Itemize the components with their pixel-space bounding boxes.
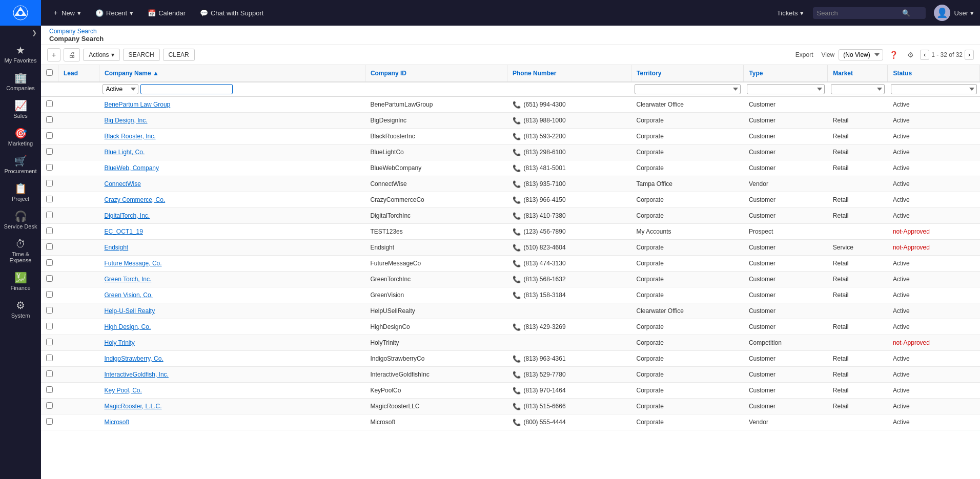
print-button[interactable]: 🖨 (64, 48, 80, 61)
sidebar-item-favorites[interactable]: ★ My Favorites (0, 40, 41, 68)
filter-status-cell[interactable] (888, 82, 980, 96)
row-checkbox-cell[interactable] (41, 96, 58, 113)
company-name-link[interactable]: Key Pool, Co. (105, 387, 142, 394)
company-name-link[interactable]: InteractiveGoldfish, Inc. (105, 371, 169, 378)
row-company-name[interactable]: Future Message, Co. (99, 256, 365, 272)
row-company-name[interactable]: Key Pool, Co. (99, 383, 365, 399)
col-status[interactable]: Status (888, 65, 980, 82)
next-page-button[interactable]: › (965, 50, 974, 60)
company-name-link[interactable]: Black Rooster, Inc. (105, 133, 156, 140)
row-checkbox-cell[interactable] (41, 129, 58, 144)
sidebar-item-project[interactable]: 📋 Project (0, 178, 41, 206)
row-checkbox-cell[interactable] (41, 414, 58, 430)
row-checkbox[interactable] (46, 148, 53, 155)
row-company-name[interactable]: High Design, Co. (99, 319, 365, 335)
sidebar-item-procurement[interactable]: 🛒 Procurement (0, 151, 41, 178)
sidebar-item-companies[interactable]: 🏢 Companies (0, 68, 41, 95)
row-checkbox[interactable] (46, 116, 53, 123)
row-company-name[interactable]: InteractiveGoldfish, Inc. (99, 367, 365, 383)
row-company-name[interactable]: Endsight (99, 240, 365, 256)
row-checkbox-cell[interactable] (41, 287, 58, 303)
filter-name-input[interactable] (140, 84, 233, 94)
search-input[interactable] (817, 9, 899, 17)
row-checkbox-cell[interactable] (41, 335, 58, 351)
row-checkbox-cell[interactable] (41, 144, 58, 160)
row-company-name[interactable]: Big Design, Inc. (99, 113, 365, 129)
company-name-link[interactable]: BenePartum Law Group (105, 101, 171, 108)
row-company-name[interactable]: Green Vision, Co. (99, 287, 365, 303)
row-company-name[interactable]: BenePartum Law Group (99, 96, 365, 113)
sidebar-item-service-desk[interactable]: 🎧 Service Desk (0, 206, 41, 234)
settings-icon[interactable]: ⚙ (904, 49, 917, 61)
row-company-name[interactable]: IndigoStrawberry, Co. (99, 351, 365, 367)
row-company-name[interactable]: ConnectWise (99, 176, 365, 192)
sidebar-collapse-button[interactable]: ❯ (0, 26, 41, 40)
row-company-name[interactable]: Black Rooster, Inc. (99, 129, 365, 144)
row-company-name[interactable]: EC_OCT1_19 (99, 224, 365, 240)
row-company-name[interactable]: Help-U-Sell Realty (99, 303, 365, 319)
row-checkbox[interactable] (46, 402, 53, 409)
row-checkbox[interactable] (46, 259, 53, 266)
row-checkbox[interactable] (46, 370, 53, 377)
row-company-name[interactable]: Microsoft (99, 414, 365, 430)
view-select[interactable]: (No View) (839, 49, 883, 60)
row-checkbox[interactable] (46, 339, 53, 345)
row-checkbox-cell[interactable] (41, 240, 58, 256)
sidebar-item-time-expense[interactable]: ⏱ Time & Expense (0, 234, 41, 267)
company-name-link[interactable]: EC_OCT1_19 (105, 228, 143, 235)
company-name-link[interactable]: Blue Light, Co. (105, 149, 145, 156)
company-name-link[interactable]: Green Torch, Inc. (105, 276, 152, 283)
breadcrumb-parent[interactable]: Company Search (49, 28, 972, 35)
row-checkbox[interactable] (46, 291, 53, 298)
company-name-link[interactable]: Holy Trinity (105, 339, 135, 346)
sidebar-item-sales[interactable]: 📈 Sales (0, 95, 41, 123)
row-checkbox[interactable] (46, 275, 53, 282)
col-territory[interactable]: Territory (631, 65, 744, 82)
row-checkbox[interactable] (46, 100, 53, 107)
company-name-link[interactable]: Crazy Commerce, Co. (105, 196, 166, 203)
company-name-link[interactable]: IndigoStrawberry, Co. (105, 355, 164, 362)
row-checkbox[interactable] (46, 132, 53, 139)
row-checkbox[interactable] (46, 196, 53, 202)
row-checkbox-cell[interactable] (41, 208, 58, 224)
row-company-name[interactable]: Green Torch, Inc. (99, 272, 365, 287)
company-name-link[interactable]: Microsoft (105, 419, 130, 426)
col-company-id[interactable]: Company ID (365, 65, 507, 82)
company-name-link[interactable]: Big Design, Inc. (105, 117, 148, 124)
sidebar-item-marketing[interactable]: 🎯 Marketing (0, 123, 41, 151)
filter-market-select[interactable] (831, 84, 885, 94)
row-checkbox[interactable] (46, 323, 53, 329)
row-checkbox-cell[interactable] (41, 351, 58, 367)
row-checkbox[interactable] (46, 243, 53, 250)
row-checkbox[interactable] (46, 418, 53, 425)
col-lead[interactable]: Lead (58, 65, 99, 82)
tickets-button[interactable]: Tickets ▾ (772, 6, 809, 20)
row-checkbox-cell[interactable] (41, 176, 58, 192)
row-checkbox[interactable] (46, 212, 53, 218)
col-market[interactable]: Market (828, 65, 888, 82)
row-company-name[interactable]: Crazy Commerce, Co. (99, 192, 365, 208)
row-checkbox-cell[interactable] (41, 383, 58, 399)
row-company-name[interactable]: Blue Light, Co. (99, 144, 365, 160)
row-checkbox-cell[interactable] (41, 224, 58, 240)
calendar-button[interactable]: 📅 Calendar (142, 6, 191, 20)
row-company-name[interactable]: Holy Trinity (99, 335, 365, 351)
row-checkbox-cell[interactable] (41, 367, 58, 383)
sidebar-item-finance[interactable]: 💹 Finance (0, 267, 41, 295)
clear-button[interactable]: CLEAR (163, 49, 195, 61)
filter-type-select[interactable] (747, 84, 825, 94)
row-checkbox-cell[interactable] (41, 399, 58, 414)
company-name-link[interactable]: Future Message, Co. (105, 260, 162, 267)
col-type[interactable]: Type (744, 65, 828, 82)
prev-page-button[interactable]: ‹ (920, 50, 929, 60)
company-name-link[interactable]: BlueWeb, Company (105, 164, 159, 172)
user-menu-button[interactable]: User ▾ (954, 9, 974, 17)
select-all-checkbox[interactable] (46, 69, 53, 76)
row-checkbox[interactable] (46, 307, 53, 314)
row-checkbox[interactable] (46, 355, 53, 361)
add-button[interactable]: + (47, 48, 60, 61)
col-company-name[interactable]: Company Name ▲ (99, 65, 365, 82)
company-name-link[interactable]: High Design, Co. (105, 323, 151, 330)
company-name-link[interactable]: Help-U-Sell Realty (105, 307, 155, 315)
search-box[interactable]: 🔍 (813, 7, 926, 19)
